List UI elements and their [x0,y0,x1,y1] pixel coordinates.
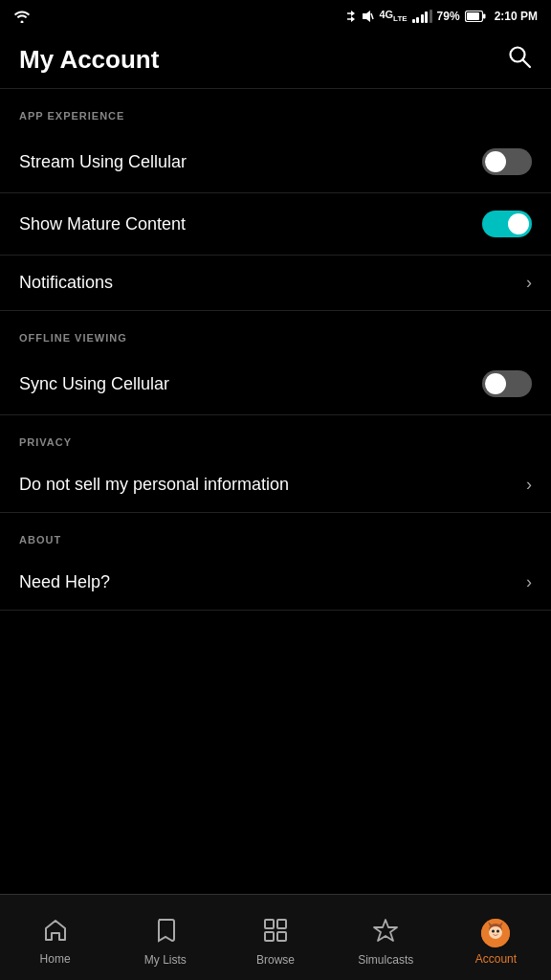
svg-rect-11 [265,932,274,941]
sync-cellular-item[interactable]: Sync Using Cellular [0,353,551,415]
section-label-offline-viewing: OFFLINE VIEWING [0,311,551,353]
nav-label-browse: Browse [256,953,295,967]
mature-content-thumb [508,213,529,234]
notifications-label: Notifications [19,273,113,293]
nav-item-my-lists[interactable]: My Lists [110,908,220,967]
bluetooth-icon [346,10,356,23]
section-label-privacy: PRIVACY [0,415,551,457]
status-right: 4GLTE 79% 2:10 PM [346,9,538,23]
section-label-app-experience: APP EXPERIENCE [0,89,551,131]
stream-cellular-item[interactable]: Stream Using Cellular [0,131,551,193]
notifications-chevron: › [526,273,532,293]
do-not-sell-item[interactable]: Do not sell my personal information › [0,457,551,513]
notifications-item[interactable]: Notifications › [0,256,551,311]
battery-percentage: 79% [437,10,460,23]
status-left [13,10,31,23]
nav-item-browse[interactable]: Browse [220,908,330,967]
svg-line-8 [523,60,531,68]
network-type: 4GLTE [379,9,407,23]
sync-cellular-toggle[interactable] [482,370,532,397]
svg-rect-6 [483,14,486,19]
content-area: APP EXPERIENCE Stream Using Cellular Sho… [0,89,551,697]
search-button[interactable] [507,44,532,75]
svg-point-16 [492,930,495,933]
need-help-item[interactable]: Need Help? › [0,555,551,611]
mature-content-toggle[interactable] [482,211,532,237]
need-help-label: Need Help? [19,572,110,592]
sync-cellular-label: Sync Using Cellular [19,374,169,394]
svg-rect-5 [467,12,479,20]
simulcasts-icon [373,918,398,948]
wifi-icon [13,10,31,23]
bottom-nav: Home My Lists Browse Simulcasts [0,894,551,980]
battery-icon [465,11,486,22]
need-help-chevron: › [526,572,532,592]
browse-icon [263,918,288,948]
nav-label-home: Home [40,952,71,966]
sync-cellular-thumb [485,373,506,394]
stream-cellular-toggle[interactable] [482,148,532,175]
svg-rect-9 [265,920,274,928]
mature-content-item[interactable]: Show Mature Content [0,193,551,256]
svg-line-3 [371,13,373,19]
nav-item-home[interactable]: Home [0,909,110,966]
status-time: 2:10 PM [495,10,538,23]
header: My Account [0,31,551,89]
do-not-sell-label: Do not sell my personal information [19,475,289,495]
svg-rect-10 [277,920,286,928]
svg-marker-2 [363,11,370,22]
account-avatar [481,919,510,947]
nav-item-simulcasts[interactable]: Simulcasts [331,908,441,967]
nav-label-account: Account [475,952,517,966]
do-not-sell-chevron: › [526,475,532,495]
mute-icon [361,10,374,23]
nav-item-account[interactable]: Account [441,909,551,966]
home-icon [43,919,68,947]
nav-label-my-lists: My Lists [144,953,187,967]
signal-bars [412,10,432,23]
status-bar: 4GLTE 79% 2:10 PM [0,0,551,31]
svg-marker-13 [374,920,397,941]
mature-content-label: Show Mature Content [19,214,186,234]
svg-point-17 [496,930,499,933]
section-label-about: ABOUT [0,513,551,555]
nav-label-simulcasts: Simulcasts [358,953,413,967]
svg-rect-12 [277,932,286,941]
page-title: My Account [19,45,159,75]
stream-cellular-thumb [485,151,506,172]
stream-cellular-label: Stream Using Cellular [19,152,187,172]
my-lists-icon [155,918,176,948]
